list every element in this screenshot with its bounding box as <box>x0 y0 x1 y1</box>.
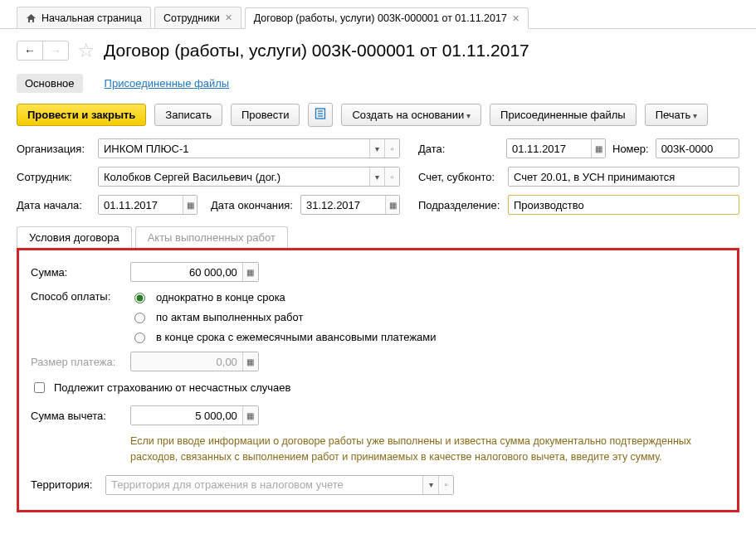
start-date-label: Дата начала: <box>17 199 91 211</box>
payment-size-label: Размер платежа: <box>31 356 122 368</box>
dept-label: Подразделение: <box>418 199 501 211</box>
pay-option-acts[interactable]: по актам выполненных работ <box>130 310 437 323</box>
calculator-icon[interactable]: ▦ <box>242 406 258 425</box>
home-icon <box>26 13 37 23</box>
close-icon[interactable]: ✕ <box>512 13 519 24</box>
start-date-input[interactable] <box>99 196 183 214</box>
end-date-input[interactable] <box>301 196 385 214</box>
contract-terms-panel: Сумма: ▦ Способ оплаты: однократно в кон… <box>17 248 739 512</box>
open-icon[interactable]: ▫ <box>384 167 399 186</box>
tab-acts[interactable]: Акты выполненных работ <box>135 226 288 248</box>
insurance-label: Подлежит страхованию от несчастных случа… <box>54 381 290 394</box>
list-icon <box>315 108 326 119</box>
nav-forward-button[interactable]: → <box>43 41 68 60</box>
territory-input[interactable] <box>106 476 422 494</box>
post-button[interactable]: Провести <box>231 104 300 126</box>
dept-input[interactable] <box>509 196 739 214</box>
org-label: Организация: <box>17 143 91 155</box>
org-input[interactable] <box>99 139 369 158</box>
save-button[interactable]: Записать <box>154 104 222 126</box>
deduction-help-text: Если при вводе информации о договоре раб… <box>130 434 725 465</box>
number-label: Номер: <box>612 143 649 155</box>
deduction-input[interactable] <box>131 406 242 425</box>
section-main[interactable]: Основное <box>17 74 83 93</box>
attached-files-button[interactable]: Присоединенные файлы <box>490 104 637 126</box>
dropdown-icon[interactable]: ▾ <box>369 167 384 186</box>
calculator-icon: ▦ <box>242 352 258 371</box>
page-title: Договор (работы, услуги) 003К-000001 от … <box>104 41 529 61</box>
employee-label: Сотрудник: <box>17 171 91 183</box>
employee-input[interactable] <box>99 167 369 186</box>
nav-back-button[interactable]: ← <box>17 41 43 60</box>
tab-home[interactable]: Начальная страница <box>17 7 151 28</box>
nav-buttons: ← → <box>17 41 69 61</box>
open-icon[interactable]: ▫ <box>438 476 453 494</box>
close-icon[interactable]: ✕ <box>225 12 232 23</box>
tab-label: Сотрудники <box>163 12 220 24</box>
open-icon[interactable]: ▫ <box>384 139 399 158</box>
section-files[interactable]: Присоединенные файлы <box>96 74 238 93</box>
calendar-icon[interactable]: ▦ <box>385 196 399 214</box>
print-button[interactable]: Печать <box>645 104 708 126</box>
sum-label: Сумма: <box>31 266 122 279</box>
tab-label: Начальная страница <box>41 12 142 24</box>
number-input[interactable] <box>656 139 739 158</box>
post-close-button[interactable]: Провести и закрыть <box>17 104 146 126</box>
tab-label: Договор (работы, услуги) 003К-000001 от … <box>254 12 507 24</box>
date-label: Дата: <box>418 143 456 155</box>
create-based-button[interactable]: Создать на основании <box>341 104 481 126</box>
calendar-icon[interactable]: ▦ <box>591 139 605 158</box>
sum-input[interactable] <box>131 263 242 281</box>
dropdown-icon[interactable]: ▾ <box>369 139 384 158</box>
pay-option-once[interactable]: однократно в конце срока <box>130 290 437 303</box>
pay-method-label: Способ оплаты: <box>31 290 122 303</box>
date-input[interactable] <box>507 139 591 158</box>
end-date-label: Дата окончания: <box>211 199 294 211</box>
deduction-label: Сумма вычета: <box>31 410 122 422</box>
account-label: Счет, субконто: <box>418 171 501 183</box>
pay-option-advance[interactable]: в конце срока с ежемесячными авансовыми … <box>130 330 437 343</box>
account-input[interactable] <box>509 167 739 186</box>
tab-employees[interactable]: Сотрудники ✕ <box>154 7 241 28</box>
calendar-icon[interactable]: ▦ <box>183 196 197 214</box>
tab-bar: Начальная страница Сотрудники ✕ Договор … <box>0 0 756 29</box>
territory-label: Территория: <box>31 478 97 491</box>
favorite-star-icon[interactable]: ☆ <box>77 39 95 62</box>
calculator-icon[interactable]: ▦ <box>242 263 258 281</box>
report-icon-button[interactable] <box>308 103 333 127</box>
insurance-checkbox[interactable] <box>34 382 45 393</box>
tab-terms[interactable]: Условия договора <box>17 226 132 248</box>
tab-contract[interactable]: Договор (работы, услуги) 003К-000001 от … <box>245 7 529 29</box>
dropdown-icon[interactable]: ▾ <box>422 476 437 494</box>
payment-size-input <box>131 352 242 371</box>
